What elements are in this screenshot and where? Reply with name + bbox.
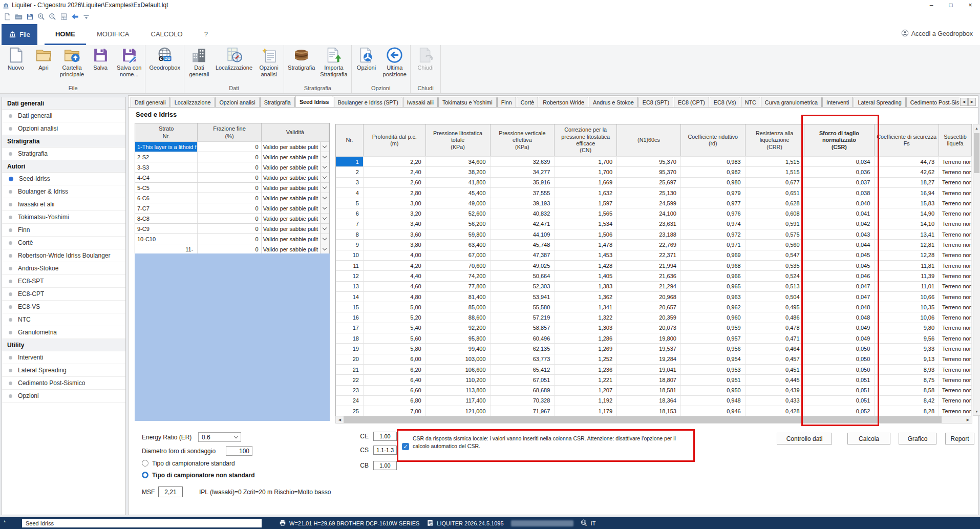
result-cell[interactable]: 18,581 xyxy=(617,386,681,395)
result-cell[interactable]: 6,00 xyxy=(364,354,426,364)
sampler-non-standard-radio[interactable] xyxy=(142,472,148,478)
result-cell[interactable]: 18,153 xyxy=(617,406,681,416)
analysis-options-button[interactable]: Opzioni analisi xyxy=(255,46,283,79)
result-cell[interactable]: 56,200 xyxy=(426,219,491,229)
row-number-cell[interactable]: 8 xyxy=(336,229,364,239)
result-cell[interactable]: 2,60 xyxy=(364,178,426,187)
result-cell[interactable]: 1,207 xyxy=(555,386,617,395)
sidebar-item-finn[interactable]: Finn xyxy=(2,224,125,237)
cs-input[interactable]: 1.1-1.3 xyxy=(373,446,397,455)
result-cell[interactable]: 0,968 xyxy=(681,261,745,270)
result-cell[interactable]: 0,956 xyxy=(681,344,745,353)
result-cell[interactable]: 16,94 xyxy=(875,188,939,198)
general-data-button[interactable]: Dati generali xyxy=(185,46,213,79)
row-number-cell[interactable]: 3 xyxy=(336,178,364,187)
row-number-cell[interactable]: 11 xyxy=(336,261,364,270)
result-cell[interactable]: 0,504 xyxy=(745,292,804,302)
row-number-cell[interactable]: 5 xyxy=(336,198,364,208)
validity-dropdown[interactable]: Valido per sabbie pulit xyxy=(262,183,329,193)
ribbon-tab-[interactable]: ? xyxy=(194,23,219,45)
result-cell[interactable]: 68,689 xyxy=(491,386,555,395)
result-cell[interactable]: 13,41 xyxy=(875,229,939,239)
result-cell[interactable]: 58,857 xyxy=(491,323,555,333)
result-cell[interactable]: 10,66 xyxy=(875,292,939,302)
close-button[interactable]: × xyxy=(961,0,980,10)
result-cell[interactable]: 0,560 xyxy=(745,240,804,249)
row-number-cell[interactable]: 19 xyxy=(336,344,364,353)
result-cell[interactable]: 0,433 xyxy=(745,396,804,406)
result-cell[interactable]: 1,700 xyxy=(555,157,617,166)
result-cell[interactable]: 0,050 xyxy=(804,365,875,374)
tab-opzioni-analisi[interactable]: Opzioni analisi xyxy=(215,97,259,107)
row-number-cell[interactable]: 21 xyxy=(336,365,364,374)
result-cell[interactable]: 1,179 xyxy=(555,406,617,416)
result-cell[interactable]: 1,428 xyxy=(555,261,617,270)
result-cell[interactable]: 0,037 xyxy=(804,178,875,187)
localization-button[interactable]: Localizzazione xyxy=(213,46,255,72)
result-cell[interactable]: 63,773 xyxy=(491,354,555,364)
result-cell[interactable]: 4,00 xyxy=(364,250,426,260)
save-as-button[interactable]: Salva con nome... xyxy=(114,46,144,79)
result-cell[interactable]: 71,967 xyxy=(491,406,555,416)
chevron-down-icon[interactable] xyxy=(320,183,329,193)
result-cell[interactable]: 0,045 xyxy=(804,250,875,260)
result-cell[interactable]: 1,506 xyxy=(555,229,617,239)
tab-tokimatsu-e-yoshimi[interactable]: Tokimatsu e Yoshimi xyxy=(438,97,497,107)
back-icon[interactable] xyxy=(70,12,79,22)
chevron-down-icon[interactable] xyxy=(320,203,329,213)
result-cell[interactable]: 0,048 xyxy=(804,312,875,322)
result-cell[interactable]: 20,073 xyxy=(617,323,681,333)
open-folder-button[interactable]: Apri xyxy=(30,46,57,72)
result-cell[interactable]: 0,628 xyxy=(745,198,804,208)
tab-ec8-vs[interactable]: EC8 (Vs) xyxy=(710,97,740,107)
row-number-cell[interactable]: 24 xyxy=(336,396,364,406)
fines-content-cell[interactable]: 0 xyxy=(198,214,261,223)
result-cell[interactable]: 20,359 xyxy=(617,312,681,322)
result-cell[interactable]: 0,471 xyxy=(745,333,804,343)
result-cell[interactable]: 1,478 xyxy=(555,240,617,249)
result-cell[interactable]: 121,000 xyxy=(426,406,491,416)
result-cell[interactable]: 11,39 xyxy=(875,271,939,281)
fines-content-cell[interactable]: 0 xyxy=(198,142,261,152)
result-cell[interactable]: 18,27 xyxy=(875,178,939,187)
result-cell[interactable]: 0,042 xyxy=(804,219,875,229)
scroll-left-icon[interactable]: ◀ xyxy=(336,416,344,423)
validity-dropdown[interactable]: Valido per sabbie pulit xyxy=(262,224,329,234)
result-cell[interactable]: 9,33 xyxy=(875,344,939,353)
horizontal-scroll-thumb[interactable] xyxy=(344,416,942,423)
result-cell[interactable]: 1,515 xyxy=(745,157,804,166)
result-cell[interactable]: 0,047 xyxy=(804,292,875,302)
result-cell[interactable]: 53,941 xyxy=(491,292,555,302)
row-number-cell[interactable]: 23 xyxy=(336,386,364,395)
tab-scroll-right-icon[interactable]: ▶ xyxy=(968,98,976,106)
result-cell[interactable]: 1,632 xyxy=(555,188,617,198)
result-cell[interactable]: 20,968 xyxy=(617,292,681,302)
row-number-cell[interactable]: 15 xyxy=(336,302,364,312)
result-cell[interactable]: 37,555 xyxy=(491,188,555,198)
layer-name-cell[interactable]: 1-This layer is a lithoid f xyxy=(135,142,198,152)
result-cell[interactable]: 22,769 xyxy=(617,240,681,249)
tab-localizzazione[interactable]: Localizzazione xyxy=(171,97,215,107)
close-document-button[interactable]: Chiudi xyxy=(412,46,439,72)
result-cell[interactable]: 42,62 xyxy=(875,167,939,177)
result-cell[interactable]: 39,193 xyxy=(491,198,555,208)
validity-dropdown[interactable]: Valido per sabbie pulit xyxy=(262,162,329,172)
result-cell[interactable]: Terreno non s xyxy=(939,312,972,322)
sidebar-item-ec8-vs[interactable]: EC8-VS xyxy=(2,301,125,313)
minimize-button[interactable]: – xyxy=(922,0,941,10)
tab-ec8-cpt[interactable]: EC8 (CPT) xyxy=(674,97,709,107)
result-cell[interactable]: 59,800 xyxy=(426,229,491,239)
result-cell[interactable]: 0,043 xyxy=(804,229,875,239)
sidebar-item-tokimatsu-yoshimi[interactable]: Tokimatsu-Yoshimi xyxy=(2,211,125,224)
sidebar-item-opzioni[interactable]: Opzioni xyxy=(2,390,125,403)
result-cell[interactable]: 0,047 xyxy=(804,282,875,291)
chevron-down-icon[interactable] xyxy=(320,244,329,254)
result-cell[interactable]: 0,513 xyxy=(745,282,804,291)
result-cell[interactable]: 0,608 xyxy=(745,208,804,218)
sidebar-item-stratigrafia[interactable]: Stratigrafia xyxy=(2,147,125,160)
result-cell[interactable]: 0,428 xyxy=(745,406,804,416)
result-cell[interactable]: 1,597 xyxy=(555,198,617,208)
fines-content-cell[interactable]: 0 xyxy=(198,152,261,162)
result-cell[interactable]: 2,80 xyxy=(364,188,426,198)
result-cell[interactable]: 1,221 xyxy=(555,375,617,385)
